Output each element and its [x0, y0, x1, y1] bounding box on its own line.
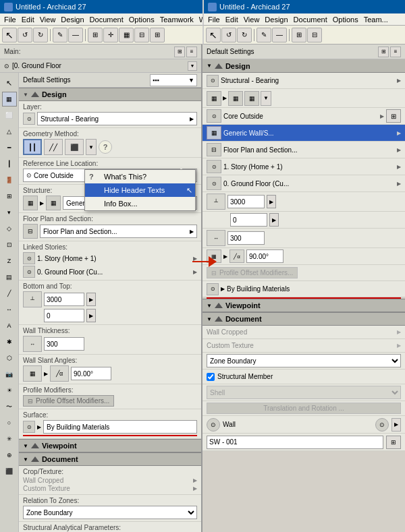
side-icon-slab[interactable]: ⬜ — [2, 108, 17, 123]
viewpoint-section-header[interactable]: ▼ Viewpoint — [19, 439, 201, 452]
side-icon-extra2[interactable]: ⬛ — [2, 464, 17, 479]
menu-file-left[interactable]: File — [1, 15, 19, 24]
side-icon-roof[interactable]: △ — [2, 124, 17, 139]
side-icon-door[interactable]: 🚪 — [2, 173, 17, 187]
right-toolbar-arrow[interactable]: ↖ — [206, 28, 221, 42]
menu-window-left[interactable]: Window — [196, 15, 202, 24]
right-list-view-btn[interactable]: ≡ — [390, 47, 401, 57]
toolbar-arrow-btn[interactable]: ↖ — [2, 28, 17, 42]
right-toolbar-sel[interactable]: ⊞ — [292, 28, 306, 42]
toolbar-dash-btn[interactable]: — — [68, 28, 83, 42]
toolbar-redo-btn[interactable]: ↻ — [33, 28, 48, 42]
thickness-value-input[interactable] — [44, 337, 84, 351]
side-icon-wave[interactable]: 〜 — [2, 399, 17, 414]
right-shell-select[interactable]: Shell — [207, 386, 401, 399]
slant-value-input[interactable] — [71, 367, 111, 380]
side-icon-snowflake[interactable]: ✳ — [2, 432, 17, 446]
side-icon-text[interactable]: A — [2, 318, 17, 333]
right-bottom-arrow[interactable]: ▶ — [267, 195, 276, 208]
side-icon-stair[interactable]: ▾ — [2, 205, 17, 220]
side-icon-fill[interactable]: ▤ — [2, 270, 17, 285]
structural-member-checkbox[interactable] — [207, 373, 215, 381]
right-geo-dropdown[interactable]: ▼ — [261, 91, 271, 106]
right-viewpoint-header[interactable]: ▼ Viewpoint — [202, 299, 405, 312]
right-toolbar-grid[interactable]: ⊟ — [307, 28, 322, 42]
floorplan-dropdown[interactable]: Floor Plan and Section... ▶ — [40, 225, 197, 238]
side-icon-beam[interactable]: ━ — [2, 140, 17, 155]
profile-btn[interactable]: ⊟ Profile Offset Modifiers... — [23, 395, 114, 407]
menu-document-left[interactable]: Document — [87, 15, 126, 24]
toolbar-extra3[interactable]: ⊞ — [150, 28, 165, 42]
menu-design-left[interactable]: Design — [58, 15, 86, 24]
side-icon-line[interactable]: ╱ — [2, 286, 17, 301]
context-whats-this[interactable]: ? What's This? — [85, 170, 195, 183]
whats-this-icon[interactable]: ? — [99, 140, 112, 154]
document-section-header[interactable]: ▼ Document — [19, 452, 201, 466]
context-info-box[interactable]: Info Box... — [85, 197, 195, 210]
right-toolbar-pencil[interactable]: ✎ — [256, 28, 271, 42]
geo-btn-3[interactable]: ⬛ — [65, 139, 84, 155]
right-toolbar-dash[interactable]: — — [272, 28, 287, 42]
right-document-header[interactable]: ▼ Document — [202, 312, 405, 326]
right-toolbar-undo[interactable]: ↺ — [221, 28, 236, 42]
side-icon-dim[interactable]: ↔ — [2, 302, 17, 317]
menu-edit-right[interactable]: Edit — [223, 15, 241, 24]
side-icon-mesh[interactable]: ⊡ — [2, 237, 17, 252]
side-icon-morph[interactable]: ⬡ — [2, 351, 17, 365]
menu-document-right[interactable]: Document — [291, 15, 330, 24]
menu-design-right[interactable]: Design — [262, 15, 290, 24]
side-icon-wall[interactable]: ▦ — [2, 92, 17, 107]
menu-options-right[interactable]: Options — [330, 15, 361, 24]
default-settings-dropdown[interactable]: ▪▪▪▼ — [150, 74, 197, 86]
side-icon-label[interactable]: ✱ — [2, 334, 17, 349]
right-thickness-input[interactable] — [227, 231, 265, 245]
side-icon-extra1[interactable]: ⊕ — [2, 448, 17, 463]
right-core-btn[interactable]: ⊞ — [386, 109, 401, 123]
design-section-header[interactable]: ▼ Design — [19, 88, 201, 101]
menu-edit-left[interactable]: Edit — [19, 15, 37, 24]
toolbar-pencil-btn[interactable]: ✎ — [53, 28, 68, 42]
right-design-header[interactable]: ▼ Design — [202, 59, 405, 73]
side-icon-sun[interactable]: ☀ — [2, 383, 17, 398]
story-dropdown-btn[interactable]: ▼ — [188, 61, 197, 71]
grid-view-btn[interactable]: ⊞ — [174, 47, 185, 57]
bottom-arr[interactable]: ▶ — [86, 293, 96, 306]
menu-teamwork-right[interactable]: Team... — [361, 15, 391, 24]
toolbar-extra1[interactable]: ▦ — [119, 28, 134, 42]
right-toolbar-redo[interactable]: ↻ — [237, 28, 252, 42]
side-icon-select[interactable]: ↖ — [2, 76, 17, 90]
bottom-value-input[interactable] — [44, 293, 84, 306]
surface-dropdown[interactable]: By Building Materials — [43, 420, 197, 434]
right-sw001-btn[interactable]: ⊞ — [386, 436, 401, 449]
menu-file-right[interactable]: File — [205, 15, 223, 24]
side-icon-zone[interactable]: Z — [2, 254, 17, 268]
geo-btn-2[interactable]: ╱╱ — [44, 139, 63, 155]
geo-dropdown-btn[interactable]: ▼ — [86, 139, 97, 155]
list-view-btn[interactable]: ≡ — [186, 47, 197, 57]
toolbar-select-btn[interactable]: ⊞ — [88, 28, 103, 42]
zones-select[interactable]: Zone Boundary — [23, 506, 197, 519]
menu-teamwork-left[interactable]: Teamwork — [157, 15, 196, 24]
right-grid-view-btn[interactable]: ⊞ — [378, 47, 389, 57]
menu-options-left[interactable]: Options — [126, 15, 157, 24]
right-slant-input[interactable] — [246, 249, 284, 263]
right-top-arrow[interactable]: ▶ — [269, 213, 279, 227]
geo-btn-1[interactable]: ┃┃ — [23, 139, 42, 155]
toolbar-undo-btn[interactable]: ↺ — [18, 28, 32, 42]
side-icon-camera[interactable]: 📷 — [2, 367, 17, 382]
side-icon-column[interactable]: ┃ — [2, 156, 17, 171]
right-top-input[interactable] — [230, 213, 267, 227]
right-bottom-input[interactable] — [227, 195, 265, 208]
menu-view-left[interactable]: View — [37, 15, 59, 24]
menu-view-right[interactable]: View — [241, 15, 263, 24]
side-icon-circle[interactable]: ○ — [2, 415, 17, 430]
side-icon-window[interactable]: ⊞ — [2, 189, 17, 204]
toolbar-move-btn[interactable]: ✛ — [103, 28, 118, 42]
layer-dropdown[interactable]: Structural - Bearing ▶ — [37, 112, 197, 125]
right-zone-select[interactable]: Zone Boundary — [207, 354, 401, 367]
top-value-input[interactable] — [44, 309, 84, 322]
context-hide-header[interactable]: Hide Header Texts ↖ — [85, 183, 195, 197]
right-sw001-input[interactable] — [207, 436, 383, 449]
right-wall-end-arrow[interactable]: ▶ — [392, 418, 401, 432]
top-arr[interactable]: ▶ — [86, 309, 96, 322]
